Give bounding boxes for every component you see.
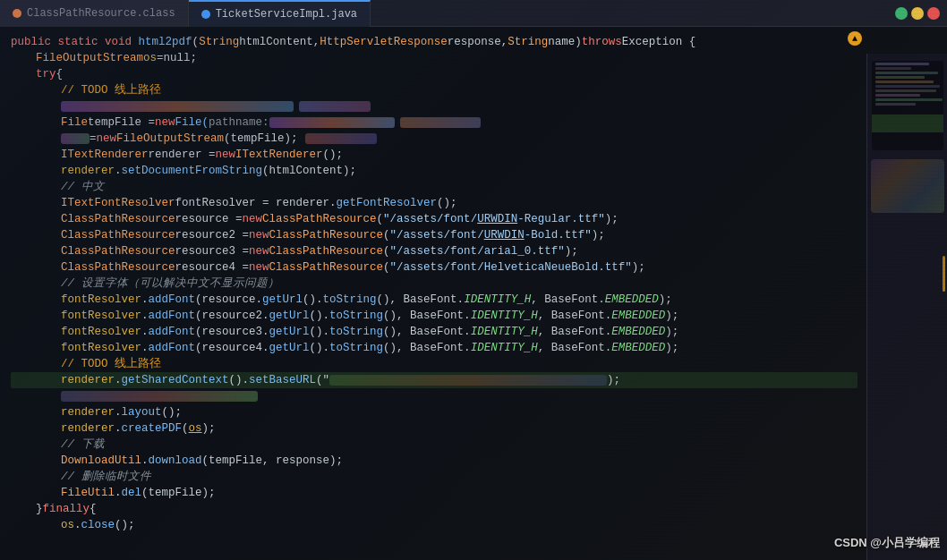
code-line-2: FileOutputStream os=null; <box>11 50 857 66</box>
code-line-15: ClassPathResource resource4 = new ClassP… <box>11 259 857 276</box>
minimap <box>872 61 943 150</box>
warning-badge: ▲ <box>848 31 862 46</box>
close-button[interactable] <box>927 7 940 20</box>
code-line-24: renderer.layout(); <box>11 404 857 420</box>
code-content: public static void html2pdf(String htmlC… <box>0 27 947 560</box>
window-controls <box>895 0 947 27</box>
code-line-12: ClassPathResource resource = new ClassPa… <box>11 211 857 227</box>
code-line-7: = new FileOutputStream(tempFile); <box>11 131 857 147</box>
code-line-5 <box>11 98 857 115</box>
code-line-29: FileUtil.del(tempFile); <box>11 485 857 501</box>
code-line-1: public static void html2pdf(String htmlC… <box>11 34 857 50</box>
scroll-indicator <box>943 256 945 292</box>
code-line-22: renderer.getSharedContext().setBaseURL("… <box>11 372 857 388</box>
code-line-30: } finally { <box>11 501 857 517</box>
code-line-20: fontResolver.addFont(resource4.getUrl().… <box>11 340 857 356</box>
code-line-9: renderer.setDocumentFromString(htmlConte… <box>11 163 857 179</box>
code-line-18: fontResolver.addFont(resource2.getUrl().… <box>11 308 857 324</box>
code-line-4: // TODO 线上路径 <box>11 82 857 98</box>
tab-icon-classpathresource <box>13 9 21 18</box>
code-line-26: // 下载 <box>11 437 857 453</box>
minimize-button[interactable] <box>911 7 924 20</box>
maximize-button[interactable] <box>895 7 908 20</box>
code-line-17: fontResolver.addFont(resource.getUrl().t… <box>11 292 857 308</box>
right-image-blur <box>871 159 944 213</box>
code-line-10: // 中文 <box>11 179 857 195</box>
tab-classpathresource[interactable]: ClassPathResource.class <box>0 0 189 27</box>
code-line-11: ITextFontResolver fontResolver = rendere… <box>11 195 857 211</box>
tab-icon-ticketserviceimpl <box>201 10 210 19</box>
csdn-watermark: CSDN @小吕学编程 <box>834 535 940 551</box>
code-line-31: os.close(); <box>11 517 857 533</box>
code-line-14: ClassPathResource resource3 = new ClassP… <box>11 243 857 259</box>
tab-label-ticketserviceimpl: TicketServiceImpl.java <box>216 8 357 21</box>
editor-container: ClassPathResource.class TicketServiceImp… <box>0 0 947 560</box>
tab-bar: ClassPathResource.class TicketServiceImp… <box>0 0 947 27</box>
code-line-25: renderer.createPDF(os); <box>11 420 857 437</box>
code-line-13: ClassPathResource resource2 = new ClassP… <box>11 227 857 243</box>
code-area: public static void html2pdf(String htmlC… <box>0 27 947 560</box>
code-line-8: ITextRenderer renderer = new ITextRender… <box>11 147 857 163</box>
code-line-16: // 设置字体（可以解决中文不显示问题） <box>11 276 857 292</box>
code-line-23 <box>11 388 857 404</box>
right-panel <box>866 54 947 560</box>
code-line-3: try { <box>11 66 857 82</box>
tab-label-classpathresource: ClassPathResource.class <box>27 7 175 20</box>
code-line-6: File tempFile = new File( pathname: <box>11 115 857 131</box>
code-line-19: fontResolver.addFont(resource3.getUrl().… <box>11 324 857 340</box>
code-line-21: // TODO 线上路径 <box>11 356 857 372</box>
code-line-28: // 删除临时文件 <box>11 469 857 485</box>
tab-ticketserviceimpl[interactable]: TicketServiceImpl.java <box>189 0 371 27</box>
code-line-27: DownloadUtil.download(tempFile, response… <box>11 453 857 469</box>
